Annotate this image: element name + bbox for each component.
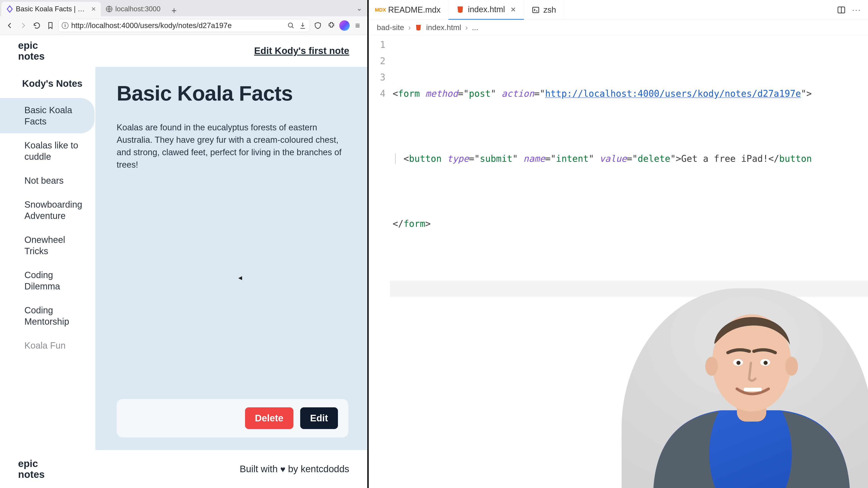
profile-avatar[interactable] <box>339 20 350 31</box>
editor-tabs-right: ··· <box>837 0 868 20</box>
svg-rect-13 <box>744 388 762 391</box>
note-body: Koalas are found in the eucalyptus fores… <box>117 121 345 171</box>
breadcrumb-file: index.html <box>426 23 461 32</box>
footer-built-prefix: Built with <box>240 464 278 474</box>
url-text: http://localhost:4000/users/kody/notes/d… <box>71 21 284 30</box>
brand-line2: notes <box>18 51 44 62</box>
tabs-overflow-icon[interactable]: ⌄ <box>354 3 364 13</box>
globe-icon <box>105 5 113 13</box>
footer-built-suffix: by kentcdodds <box>288 464 349 474</box>
forward-button[interactable] <box>18 20 29 31</box>
browser-tab-strip: Basic Koala Facts | Kody's Note ✕ localh… <box>0 0 367 16</box>
sidebar-item-note[interactable]: Coding Dilemma <box>0 263 94 298</box>
site-info-icon[interactable]: i <box>62 22 68 29</box>
back-button[interactable] <box>4 20 16 31</box>
bookmark-button[interactable] <box>45 20 56 31</box>
more-icon[interactable]: ··· <box>852 5 861 14</box>
code-line[interactable]: │ <button type="submit" name="intent" va… <box>390 151 868 167</box>
app-header: epic notes Edit Kody's first note <box>0 35 367 67</box>
browser-toolbar: i http://localhost:4000/users/kody/notes… <box>0 16 367 35</box>
sidebar-item-note[interactable]: Basic Koala Facts <box>0 98 94 133</box>
shield-icon[interactable] <box>312 20 323 31</box>
editor-pane: MDX README.mdx index.html ✕ zsh ··· bad-… <box>369 0 868 488</box>
url-bar[interactable]: i http://localhost:4000/users/kody/notes… <box>58 19 310 32</box>
menu-button[interactable]: ≡ <box>352 20 363 31</box>
footer-brand[interactable]: epic notes <box>18 458 44 480</box>
footer-brand-line1: epic <box>18 458 44 469</box>
editor-tab-index[interactable]: index.html ✕ <box>448 0 524 20</box>
browser-tab-active[interactable]: Basic Koala Facts | Kody's Note ✕ <box>1 2 101 16</box>
reload-button[interactable] <box>31 20 42 31</box>
editor-tab-zsh[interactable]: zsh <box>524 0 564 20</box>
delete-button[interactable]: Delete <box>245 408 293 429</box>
favicon-icon <box>6 5 13 13</box>
app-body: Kody's Notes Basic Koala Facts Koalas li… <box>0 67 367 450</box>
editor-breadcrumbs[interactable]: bad-site › index.html › ... <box>369 20 868 35</box>
svg-point-1 <box>288 23 292 27</box>
line-number: 4 <box>369 86 390 102</box>
browser-tab[interactable]: localhost:3000 <box>101 2 164 16</box>
html-file-icon <box>456 5 464 13</box>
footer-brand-line2: notes <box>18 469 44 480</box>
sidebar-item-note[interactable]: Not bears <box>0 168 94 193</box>
svg-point-11 <box>737 361 741 365</box>
split-editor-icon[interactable] <box>837 5 846 14</box>
line-number-gutter: 1 2 3 4 <box>369 35 390 488</box>
chevron-right-icon: › <box>465 23 468 32</box>
note-title: Basic Koala Facts <box>117 81 348 105</box>
breadcrumb-trail: ... <box>472 23 478 32</box>
line-number: 1 <box>369 37 390 53</box>
urlbar-right <box>287 22 307 29</box>
sidebar-title: Kody's Notes <box>0 73 95 98</box>
sidebar-item-note[interactable]: Onewheel Tricks <box>0 228 94 263</box>
editor-tab-label: README.mdx <box>388 5 440 15</box>
brand-line1: epic <box>18 40 44 51</box>
svg-point-7 <box>705 357 718 376</box>
sidebar-item-note[interactable]: Koala Fun <box>0 333 94 357</box>
tab-close-icon[interactable]: ✕ <box>90 6 97 12</box>
svg-rect-2 <box>533 7 539 13</box>
browser-pane: Basic Koala Facts | Kody's Note ✕ localh… <box>0 0 369 488</box>
svg-point-8 <box>785 357 798 376</box>
code-line[interactable]: <form method="post" action="http://local… <box>390 86 868 102</box>
sidebar: Kody's Notes Basic Koala Facts Koalas li… <box>0 67 95 450</box>
line-number: 3 <box>369 69 390 86</box>
note-pane: Basic Koala Facts Koalas are found in th… <box>95 67 367 450</box>
heart-icon: ♥ <box>280 464 285 474</box>
sidebar-item-note[interactable]: Coding Mentorship <box>0 298 94 333</box>
search-icon[interactable] <box>287 22 295 29</box>
editor-tab-label: index.html <box>468 5 505 14</box>
footer-credit: Built with ♥ by kentcdodds <box>240 464 349 475</box>
mdx-file-icon: MDX <box>376 6 384 14</box>
editor-tab-readme[interactable]: MDX README.mdx <box>369 0 448 20</box>
sidebar-item-note[interactable]: Koalas like to cuddle <box>0 133 94 168</box>
editor-tab-bar: MDX README.mdx index.html ✕ zsh ··· <box>369 0 868 20</box>
edit-button[interactable]: Edit <box>300 408 338 429</box>
line-number: 2 <box>369 53 390 69</box>
edit-note-link[interactable]: Edit Kody's first note <box>254 45 349 56</box>
extensions-icon[interactable] <box>326 20 337 31</box>
browser-tab-title: localhost:3000 <box>115 5 160 13</box>
terminal-icon <box>532 6 540 14</box>
editor-tab-label: zsh <box>544 5 556 15</box>
new-tab-button[interactable]: + <box>167 5 181 16</box>
code-line[interactable]: </form> <box>390 216 868 232</box>
html-file-icon <box>415 24 422 31</box>
app-root: epic notes Edit Kody's first note Kody's… <box>0 35 367 488</box>
code-line[interactable] <box>390 281 868 297</box>
sidebar-item-note[interactable]: Snowboarding Adventure <box>0 193 94 228</box>
download-icon[interactable] <box>299 22 307 29</box>
mouse-cursor-icon: ◂ <box>238 273 242 282</box>
chevron-right-icon: › <box>408 23 411 32</box>
browser-tab-title: Basic Koala Facts | Kody's Note <box>16 5 88 13</box>
svg-point-12 <box>764 361 768 365</box>
app-footer: epic notes Built with ♥ by kentcdodds <box>0 450 367 488</box>
brand-logo[interactable]: epic notes <box>18 40 44 62</box>
breadcrumb-folder: bad-site <box>377 23 404 32</box>
note-action-bar: Delete Edit <box>117 399 348 437</box>
close-icon[interactable]: ✕ <box>510 6 516 13</box>
